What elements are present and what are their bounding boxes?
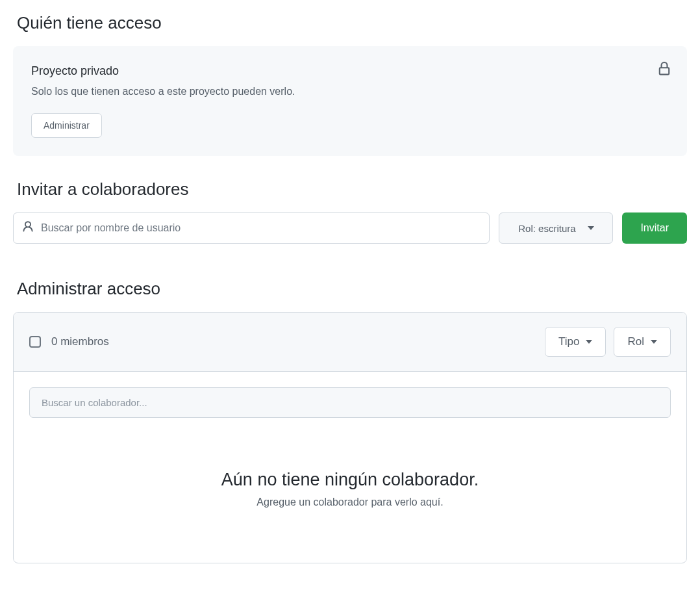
- access-card-desc: Solo los que tienen acceso a este proyec…: [31, 86, 669, 97]
- caret-down-icon: [651, 340, 657, 344]
- type-filter-label: Tipo: [558, 335, 579, 348]
- members-count: 0 miembros: [51, 335, 109, 348]
- manage-section-title: Administrar acceso: [13, 279, 687, 299]
- access-section-title: Quién tiene acceso: [13, 13, 687, 33]
- access-card-title: Proyecto privado: [31, 64, 669, 78]
- role-select-label: Rol: escritura: [518, 223, 575, 234]
- empty-state-title: Aún no tiene ningún colaborador.: [42, 470, 658, 490]
- user-search-input[interactable]: [34, 213, 481, 243]
- role-filter-label: Rol: [627, 335, 644, 348]
- type-filter[interactable]: Tipo: [545, 327, 606, 357]
- manage-panel: 0 miembros Tipo Rol Aún no tiene ningún …: [13, 312, 687, 563]
- empty-state: Aún no tiene ningún colaborador. Agregue…: [29, 418, 671, 547]
- lock-icon: [657, 62, 671, 79]
- role-select[interactable]: Rol: escritura: [499, 212, 613, 244]
- manage-access-button[interactable]: Administrar: [31, 113, 102, 138]
- manage-panel-body: Aún no tiene ningún colaborador. Agregue…: [14, 372, 686, 563]
- manage-header-left: 0 miembros: [29, 335, 109, 348]
- person-icon: [21, 220, 34, 236]
- manage-header-right: Tipo Rol: [545, 327, 671, 357]
- access-card: Proyecto privado Solo los que tienen acc…: [13, 46, 687, 156]
- invite-button[interactable]: Invitar: [622, 212, 687, 244]
- role-filter[interactable]: Rol: [614, 327, 671, 357]
- manage-panel-header: 0 miembros Tipo Rol: [14, 313, 686, 372]
- caret-down-icon: [588, 226, 594, 230]
- invite-section-title: Invitar a colaboradores: [13, 179, 687, 200]
- invite-row: Rol: escritura Invitar: [13, 212, 687, 244]
- user-search-wrap[interactable]: [13, 212, 490, 244]
- empty-state-subtitle: Agregue un colaborador para verlo aquí.: [42, 496, 658, 508]
- collaborator-search-input[interactable]: [29, 387, 671, 418]
- select-all-checkbox[interactable]: [29, 336, 41, 348]
- caret-down-icon: [586, 340, 592, 344]
